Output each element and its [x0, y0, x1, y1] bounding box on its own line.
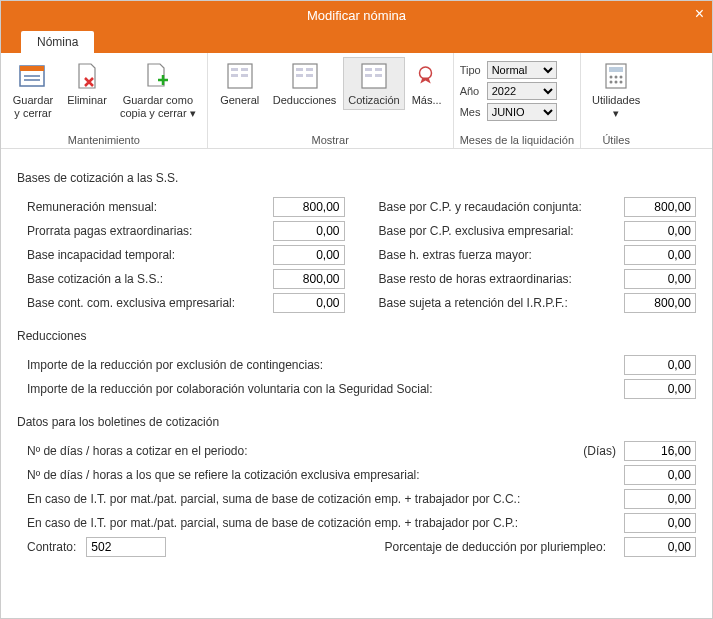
group-label-mantenimiento: Mantenimiento	[7, 132, 201, 146]
mas-button[interactable]: Más...	[407, 57, 447, 110]
save-close-button[interactable]: Guardary cerrar	[7, 57, 59, 123]
group-mantenimiento: Guardary cerrar Eliminar Guardar comocop…	[1, 53, 208, 148]
svg-rect-10	[296, 68, 303, 71]
dias-periodo-input[interactable]	[624, 441, 696, 461]
dias-periodo-label: Nº de días / horas a cotizar en el perio…	[17, 444, 583, 458]
ano-select[interactable]: 2022	[487, 82, 557, 100]
svg-rect-13	[306, 74, 313, 77]
tipo-label: Tipo	[460, 64, 481, 76]
group-label-utiles: Útiles	[587, 132, 645, 146]
badge-icon	[415, 60, 439, 92]
resto-extras-input[interactable]	[624, 269, 696, 289]
svg-rect-18	[375, 74, 382, 77]
svg-rect-21	[609, 67, 623, 72]
colaboracion-input[interactable]	[624, 379, 696, 399]
cotizacion-ss-label: Base cotización a la S.S.:	[17, 272, 273, 286]
section-reducciones-title: Reducciones	[17, 329, 696, 343]
it-cp-label: En caso de I.T. por mat./pat. parcial, s…	[17, 516, 624, 530]
window-title: Modificar nómina	[307, 8, 406, 23]
section-boletines-title: Datos para los boletines de cotización	[17, 415, 696, 429]
cp-recaud-label: Base por C.P. y recaudación conjunta:	[369, 200, 625, 214]
mes-select[interactable]: JUNIO	[487, 103, 557, 121]
group-utiles: Utilidades▾ Útiles	[581, 53, 651, 148]
prorrata-input[interactable]	[273, 221, 345, 241]
svg-point-24	[620, 76, 623, 79]
cp-excl-label: Base por C.P. exclusiva empresarial:	[369, 224, 625, 238]
cotizacion-ss-input[interactable]	[273, 269, 345, 289]
mes-label: Mes	[460, 106, 481, 118]
contrato-label: Contrato:	[27, 540, 76, 554]
utilidades-button[interactable]: Utilidades▾	[587, 57, 645, 123]
svg-rect-11	[306, 68, 313, 71]
form-icon	[289, 60, 321, 92]
extras-fm-label: Base h. extras fuerza mayor:	[369, 248, 625, 262]
irpf-label: Base sujeta a retención del I.R.P.F.:	[369, 296, 625, 310]
svg-point-19	[419, 67, 431, 79]
remuneracion-input[interactable]	[273, 197, 345, 217]
save-copy-icon	[142, 60, 174, 92]
content-pane: Bases de cotización a las S.S. Remunerac…	[1, 149, 712, 569]
exclusion-label: Importe de la reducción por exclusión de…	[17, 358, 624, 372]
svg-rect-1	[20, 66, 44, 71]
tipo-select[interactable]: Normal	[487, 61, 557, 79]
incapacidad-input[interactable]	[273, 245, 345, 265]
calculator-icon	[600, 60, 632, 92]
colaboracion-label: Importe de la reducción por colaboración…	[17, 382, 624, 396]
it-cp-input[interactable]	[624, 513, 696, 533]
irpf-input[interactable]	[624, 293, 696, 313]
dias-periodo-units: (Días)	[583, 444, 624, 458]
incapacidad-label: Base incapacidad temporal:	[17, 248, 273, 262]
title-bar: Modificar nómina ×	[1, 1, 712, 29]
dias-excl-label: Nº de días / horas a los que se refiere …	[17, 468, 624, 482]
tab-nomina[interactable]: Nómina	[21, 31, 94, 53]
svg-rect-8	[241, 74, 248, 77]
contrato-input[interactable]	[86, 537, 166, 557]
group-label-mostrar: Mostrar	[214, 132, 447, 146]
form-icon	[358, 60, 390, 92]
svg-rect-16	[375, 68, 382, 71]
form-icon	[224, 60, 256, 92]
cp-excl-input[interactable]	[624, 221, 696, 241]
group-mostrar: General Deducciones Cotización	[208, 53, 454, 148]
svg-rect-5	[231, 68, 238, 71]
group-liquidacion: Tipo Normal Año 2022 Mes JUNIO Meses de …	[454, 53, 581, 148]
svg-rect-17	[365, 74, 372, 77]
ano-label: Año	[460, 85, 481, 97]
ribbon: Guardary cerrar Eliminar Guardar comocop…	[1, 53, 712, 149]
svg-rect-6	[241, 68, 248, 71]
svg-point-23	[615, 76, 618, 79]
close-icon[interactable]: ×	[695, 5, 704, 23]
prorrata-label: Prorrata pagas extraordinarias:	[17, 224, 273, 238]
svg-point-22	[610, 76, 613, 79]
tab-strip: Nómina	[1, 29, 712, 53]
deducciones-button[interactable]: Deducciones	[268, 57, 342, 110]
porc-pluri-label: Porcentaje de deducción por pluriempleo:	[176, 540, 614, 554]
svg-point-26	[615, 81, 618, 84]
cotizacion-button[interactable]: Cotización	[343, 57, 404, 110]
general-button[interactable]: General	[214, 57, 266, 110]
save-copy-button[interactable]: Guardar comocopia y cerrar ▾	[115, 57, 201, 123]
section-bases-title: Bases de cotización a las S.S.	[17, 171, 696, 185]
svg-point-25	[610, 81, 613, 84]
delete-icon	[71, 60, 103, 92]
exclusion-input[interactable]	[624, 355, 696, 375]
extras-fm-input[interactable]	[624, 245, 696, 265]
delete-button[interactable]: Eliminar	[61, 57, 113, 110]
dias-excl-input[interactable]	[624, 465, 696, 485]
save-icon	[17, 60, 49, 92]
porc-pluri-input[interactable]	[624, 537, 696, 557]
cont-com-label: Base cont. com. exclusiva empresarial:	[17, 296, 273, 310]
svg-point-27	[620, 81, 623, 84]
svg-rect-15	[365, 68, 372, 71]
remuneracion-label: Remuneración mensual:	[17, 200, 273, 214]
it-cc-input[interactable]	[624, 489, 696, 509]
it-cc-label: En caso de I.T. por mat./pat. parcial, s…	[17, 492, 624, 506]
resto-extras-label: Base resto de horas extraordinarias:	[369, 272, 625, 286]
cp-recaud-input[interactable]	[624, 197, 696, 217]
group-label-liquidacion: Meses de la liquidación	[460, 132, 574, 146]
svg-rect-7	[231, 74, 238, 77]
cont-com-input[interactable]	[273, 293, 345, 313]
svg-rect-12	[296, 74, 303, 77]
